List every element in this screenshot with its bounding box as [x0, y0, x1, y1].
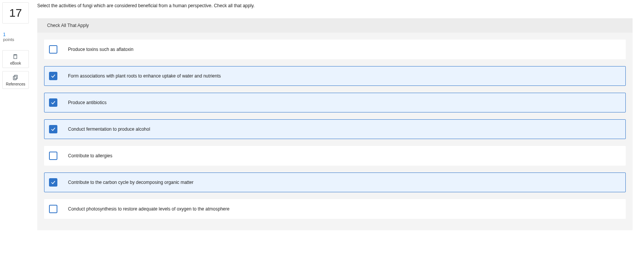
question-number-card: 17 — [2, 2, 29, 24]
options-panel: Check All That Apply Produce toxins such… — [37, 18, 633, 230]
option-row[interactable]: Conduct photosynthesis to restore adequa… — [44, 199, 626, 219]
checkbox[interactable] — [49, 205, 57, 213]
panel-header: Check All That Apply — [37, 18, 633, 33]
option-label: Conduct fermentation to produce alcohol — [68, 127, 150, 132]
sidebar: 17 1 points eBook References — [2, 2, 29, 92]
ebook-button[interactable]: eBook — [2, 50, 29, 68]
options-list: Produce toxins such as aflatoxinForm ass… — [37, 33, 633, 219]
checkbox[interactable] — [49, 125, 57, 133]
option-row[interactable]: Conduct fermentation to produce alcohol — [44, 119, 626, 139]
points-value: 1 — [3, 32, 29, 37]
option-row[interactable]: Contribute to the carbon cycle by decomp… — [44, 172, 626, 192]
option-label: Conduct photosynthesis to restore adequa… — [68, 206, 229, 212]
option-label: Contribute to the carbon cycle by decomp… — [68, 180, 193, 185]
checkbox[interactable] — [49, 152, 57, 160]
question-number: 17 — [9, 6, 22, 19]
svg-rect-2 — [13, 76, 16, 79]
question-page: 17 1 points eBook References Select the … — [0, 0, 644, 238]
option-row[interactable]: Produce toxins such as aflatoxin — [44, 40, 626, 59]
question-text: Select the activities of fungi which are… — [37, 3, 633, 8]
svg-rect-0 — [14, 54, 16, 55]
references-button[interactable]: References — [2, 71, 29, 89]
references-label: References — [6, 82, 25, 86]
option-label: Form associations with plant roots to en… — [68, 73, 221, 79]
option-row[interactable]: Form associations with plant roots to en… — [44, 66, 626, 86]
option-row[interactable]: Produce antibiotics — [44, 93, 626, 112]
option-label: Produce antibiotics — [68, 100, 106, 105]
points-block: 1 points — [3, 32, 29, 43]
option-row[interactable]: Contribute to allergies — [44, 146, 626, 166]
checkbox[interactable] — [49, 98, 57, 107]
book-icon — [13, 54, 19, 60]
checkbox[interactable] — [49, 72, 57, 80]
checkbox[interactable] — [49, 45, 57, 54]
points-label: points — [3, 37, 29, 42]
option-label: Produce toxins such as aflatoxin — [68, 47, 133, 52]
ebook-label: eBook — [10, 61, 21, 65]
svg-rect-1 — [14, 75, 17, 79]
question-main: Select the activities of fungi which are… — [29, 2, 640, 230]
option-label: Contribute to allergies — [68, 153, 112, 158]
checkbox[interactable] — [49, 178, 57, 187]
copy-icon — [13, 74, 19, 81]
